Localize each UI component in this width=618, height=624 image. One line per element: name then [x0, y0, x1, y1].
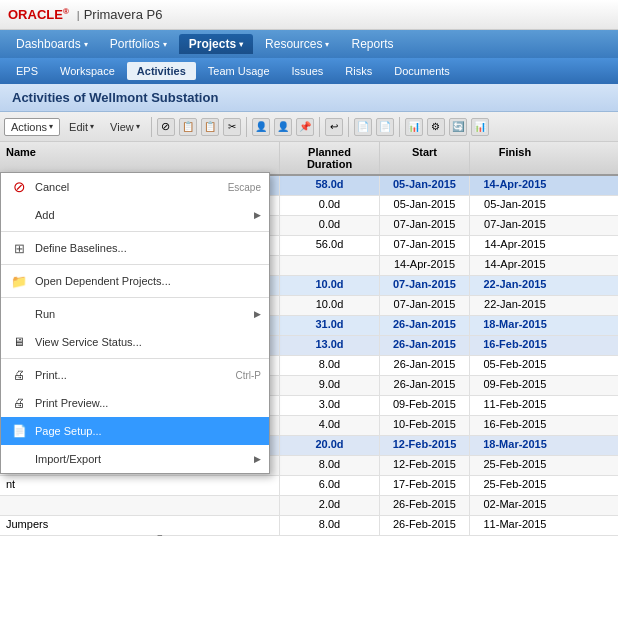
menu-label-define-baselines: Define Baselines... — [35, 242, 261, 254]
submenu-arrow-icon: ▶ — [254, 454, 261, 464]
chevron-down-icon: ▾ — [90, 122, 94, 131]
oracle-logo: ORACLE® — [8, 7, 69, 22]
col-header-finish: Finish — [470, 142, 560, 174]
col-header-planned: Planned Duration — [280, 142, 380, 174]
menu-label-add: Add — [35, 209, 254, 221]
main-nav: Dashboards ▾ Portfolios ▾ Projects ▾ Res… — [0, 30, 618, 58]
view-menu-button[interactable]: View ▾ — [103, 118, 147, 136]
submenu-arrow-icon: ▶ — [254, 309, 261, 319]
toolbar-icon-4[interactable]: ✂ — [223, 118, 241, 136]
toolbar-icon-3[interactable]: 📋 — [201, 118, 219, 136]
edit-menu-button[interactable]: Edit ▾ — [62, 118, 101, 136]
toolbar-icon-1[interactable]: ⊘ — [157, 118, 175, 136]
nav-dashboards[interactable]: Dashboards ▾ — [6, 34, 98, 54]
toolbar-icon-6[interactable]: 👤 — [274, 118, 292, 136]
subnav-workspace[interactable]: Workspace — [50, 62, 125, 80]
menu-item-view-service-status[interactable]: 🖥 View Service Status... — [1, 328, 269, 356]
menu-item-run[interactable]: Run ▶ — [1, 300, 269, 328]
table-header: Name Planned Duration Start Finish — [0, 142, 618, 176]
submenu-arrow-icon: ▶ — [254, 210, 261, 220]
menu-label-page-setup: Page Setup... — [35, 425, 261, 437]
actions-dropdown-menu: ⊘ Cancel Escape Add ▶ ⊞ Define Baselines… — [0, 172, 270, 474]
title-bar: ORACLE® | Primavera P6 — [0, 0, 618, 30]
app-title: Primavera P6 — [84, 7, 163, 22]
menu-label-print: Print... — [35, 369, 235, 381]
menu-item-define-baselines[interactable]: ⊞ Define Baselines... — [1, 234, 269, 262]
menu-label-view-service-status: View Service Status... — [35, 336, 261, 348]
toolbar-icon-14[interactable]: 📊 — [471, 118, 489, 136]
subnav-issues[interactable]: Issues — [282, 62, 334, 80]
print-preview-icon: 🖨 — [9, 393, 29, 413]
subnav-documents[interactable]: Documents — [384, 62, 460, 80]
nav-reports[interactable]: Reports — [341, 34, 403, 54]
toolbar-separator-4 — [348, 117, 349, 137]
table-row[interactable]: nt 6.0d 17-Feb-2015 25-Feb-2015 — [0, 476, 618, 496]
menu-item-print[interactable]: 🖨 Print... Ctrl-P — [1, 361, 269, 389]
toolbar: Actions ▾ Edit ▾ View ▾ ⊘ 📋 📋 ✂ 👤 👤 📌 ↩ … — [0, 112, 618, 142]
nav-projects[interactable]: Projects ▾ — [179, 34, 253, 54]
toolbar-icon-7[interactable]: 📌 — [296, 118, 314, 136]
subnav-risks[interactable]: Risks — [335, 62, 382, 80]
menu-label-run: Run — [35, 308, 254, 320]
add-icon — [9, 205, 29, 225]
toolbar-separator — [151, 117, 152, 137]
menu-separator — [1, 297, 269, 298]
chevron-down-icon: ▾ — [163, 40, 167, 49]
menu-item-print-preview[interactable]: 🖨 Print Preview... — [1, 389, 269, 417]
page-setup-icon: 📄 — [9, 421, 29, 441]
chevron-down-icon: ▾ — [84, 40, 88, 49]
toolbar-separator-5 — [399, 117, 400, 137]
col-header-name: Name — [0, 142, 280, 174]
actions-menu-button[interactable]: Actions ▾ — [4, 118, 60, 136]
chevron-down-icon: ▾ — [239, 40, 243, 49]
menu-separator — [1, 264, 269, 265]
col-header-start: Start — [380, 142, 470, 174]
cancel-icon: ⊘ — [9, 177, 29, 197]
menu-shortcut-cancel: Escape — [228, 182, 261, 193]
monitor-icon: 🖥 — [9, 332, 29, 352]
table-row[interactable]: 2.0d 26-Feb-2015 02-Mar-2015 — [0, 496, 618, 516]
table-area: Name Planned Duration Start Finish 58.0d… — [0, 142, 618, 536]
folder-icon: 📁 — [9, 271, 29, 291]
toolbar-separator-3 — [319, 117, 320, 137]
import-export-icon — [9, 449, 29, 469]
menu-item-add[interactable]: Add ▶ — [1, 201, 269, 229]
chevron-down-icon: ▾ — [49, 122, 53, 131]
toolbar-icon-12[interactable]: ⚙ — [427, 118, 445, 136]
page-title: Activities of Wellmont Substation — [0, 84, 618, 112]
nav-portfolios[interactable]: Portfolios ▾ — [100, 34, 177, 54]
chevron-down-icon: ▾ — [325, 40, 329, 49]
printer-icon: 🖨 — [9, 365, 29, 385]
table-row[interactable]: Jumpers 8.0d 26-Feb-2015 11-Mar-2015 — [0, 516, 618, 536]
menu-separator — [1, 231, 269, 232]
menu-item-page-setup[interactable]: 📄 Page Setup... — [1, 417, 269, 445]
menu-label-cancel: Cancel — [35, 181, 228, 193]
toolbar-icon-2[interactable]: 📋 — [179, 118, 197, 136]
toolbar-icon-8[interactable]: ↩ — [325, 118, 343, 136]
nav-resources[interactable]: Resources ▾ — [255, 34, 339, 54]
menu-item-import-export[interactable]: Import/Export ▶ — [1, 445, 269, 473]
subnav-eps[interactable]: EPS — [6, 62, 48, 80]
run-icon — [9, 304, 29, 324]
menu-label-open-dependent: Open Dependent Projects... — [35, 275, 261, 287]
subnav-team-usage[interactable]: Team Usage — [198, 62, 280, 80]
menu-label-import-export: Import/Export — [35, 453, 254, 465]
sub-nav: EPS Workspace Activities Team Usage Issu… — [0, 58, 618, 84]
baselines-icon: ⊞ — [9, 238, 29, 258]
menu-label-print-preview: Print Preview... — [35, 397, 261, 409]
toolbar-icon-9[interactable]: 📄 — [354, 118, 372, 136]
toolbar-icon-11[interactable]: 📊 — [405, 118, 423, 136]
toolbar-icon-5[interactable]: 👤 — [252, 118, 270, 136]
toolbar-icon-10[interactable]: 📄 — [376, 118, 394, 136]
menu-item-cancel[interactable]: ⊘ Cancel Escape — [1, 173, 269, 201]
menu-shortcut-print: Ctrl-P — [235, 370, 261, 381]
chevron-down-icon: ▾ — [136, 122, 140, 131]
menu-separator — [1, 358, 269, 359]
toolbar-icon-13[interactable]: 🔄 — [449, 118, 467, 136]
menu-item-open-dependent[interactable]: 📁 Open Dependent Projects... — [1, 267, 269, 295]
subnav-activities[interactable]: Activities — [127, 62, 196, 80]
toolbar-separator-2 — [246, 117, 247, 137]
